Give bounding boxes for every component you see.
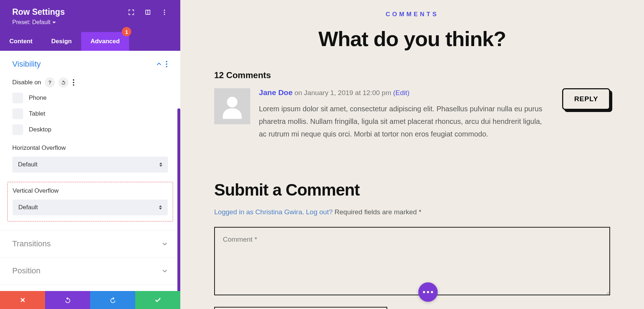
tabs: Content Design Advanced 1	[0, 32, 180, 51]
svg-point-3	[227, 97, 237, 107]
comment-count: 12 Comments	[214, 70, 610, 80]
tab-content[interactable]: Content	[0, 32, 42, 51]
tab-design[interactable]: Design	[42, 32, 81, 51]
field-more-icon[interactable]	[73, 79, 74, 86]
section-more-icon[interactable]	[166, 61, 168, 67]
h-overflow-select[interactable]: Default	[12, 157, 168, 173]
more-icon[interactable]	[161, 9, 168, 16]
eyebrow: COMMENTS	[214, 11, 610, 18]
required-note: Required fields are marked *	[335, 208, 422, 216]
checkbox-phone-label: Phone	[29, 94, 47, 102]
comment-text: Lorem ipsum dolor sit amet, consectetur …	[259, 103, 546, 140]
checkbox-desktop[interactable]	[12, 124, 23, 135]
name-input[interactable]	[214, 307, 387, 309]
submit-title: Submit a Comment	[214, 180, 610, 200]
reply-button[interactable]: REPLY	[562, 88, 610, 110]
undo-button[interactable]	[45, 291, 90, 309]
chevron-up-icon	[156, 61, 162, 67]
dots-icon	[423, 291, 433, 293]
comment-input[interactable]	[214, 227, 610, 295]
section-scroll-header[interactable]: Scroll Effects	[0, 285, 180, 291]
chevron-down-icon	[162, 268, 168, 274]
section-position-header[interactable]: Position	[0, 258, 180, 284]
edit-link[interactable]: (Edit)	[393, 89, 409, 97]
section-position-title: Position	[12, 266, 40, 276]
save-button[interactable]	[135, 291, 180, 309]
v-overflow-value: Default	[18, 204, 159, 211]
h-overflow-label: Horizontal Overflow	[12, 144, 168, 152]
comment-date: on January 1, 2019 at 12:00 pm	[295, 89, 391, 97]
chevron-down-icon	[162, 241, 168, 247]
section-visibility-header[interactable]: Visibility	[0, 51, 180, 77]
panel-title: Row Settings	[12, 7, 128, 17]
fab-more-button[interactable]	[418, 282, 438, 302]
cancel-button[interactable]	[0, 291, 45, 309]
svg-point-0	[164, 10, 165, 11]
section-transitions-title: Transitions	[12, 239, 51, 248]
comment: Jane Doe on January 1, 2019 at 12:00 pm …	[214, 88, 610, 140]
svg-point-1	[164, 12, 165, 13]
page-title: What do you think?	[214, 27, 610, 51]
preview-area: COMMENTS What do you think? 12 Comments …	[180, 0, 644, 309]
avatar	[214, 88, 250, 124]
layout-icon[interactable]	[144, 9, 151, 16]
tab-advanced[interactable]: Advanced 1	[81, 32, 129, 51]
section-transitions-header[interactable]: Transitions	[0, 230, 180, 257]
tab-advanced-label: Advanced	[91, 38, 120, 45]
logout-link[interactable]: Log out?	[306, 208, 333, 216]
settings-panel: Row Settings Preset: Default Content	[0, 0, 180, 309]
panel-footer	[0, 291, 180, 309]
checkbox-tablet-label: Tablet	[29, 110, 45, 117]
checkbox-tablet[interactable]	[12, 108, 23, 119]
svg-point-2	[164, 14, 165, 15]
v-overflow-label: Vertical Overflow	[13, 187, 168, 194]
preset-dropdown[interactable]: Preset: Default	[12, 19, 128, 26]
expand-icon[interactable]	[128, 9, 135, 16]
select-caret-icon	[159, 205, 162, 210]
reset-icon[interactable]	[58, 77, 69, 88]
comment-author[interactable]: Jane Doe	[259, 88, 292, 97]
h-overflow-value: Default	[18, 161, 159, 168]
panel-body: Visibility Disable on ?	[0, 51, 180, 291]
scrollbar[interactable]	[177, 108, 180, 291]
preset-label: Preset: Default	[12, 19, 50, 26]
logged-in-link[interactable]: Logged in as Christina Gwira	[214, 208, 302, 216]
v-overflow-block: Vertical Overflow Default	[7, 182, 173, 221]
checkbox-desktop-label: Desktop	[29, 126, 51, 133]
checkbox-phone[interactable]	[12, 93, 23, 103]
redo-button[interactable]	[90, 291, 135, 309]
disable-on-label: Disable on ?	[12, 77, 168, 88]
select-caret-icon	[159, 162, 162, 167]
panel-header: Row Settings Preset: Default	[0, 0, 180, 32]
section-visibility-title: Visibility	[12, 59, 41, 69]
chevron-down-icon	[52, 20, 56, 24]
help-icon[interactable]: ?	[45, 77, 55, 88]
tab-badge: 1	[122, 27, 131, 36]
submit-meta: Logged in as Christina Gwira. Log out? R…	[214, 208, 610, 216]
v-overflow-select[interactable]: Default	[13, 200, 168, 215]
